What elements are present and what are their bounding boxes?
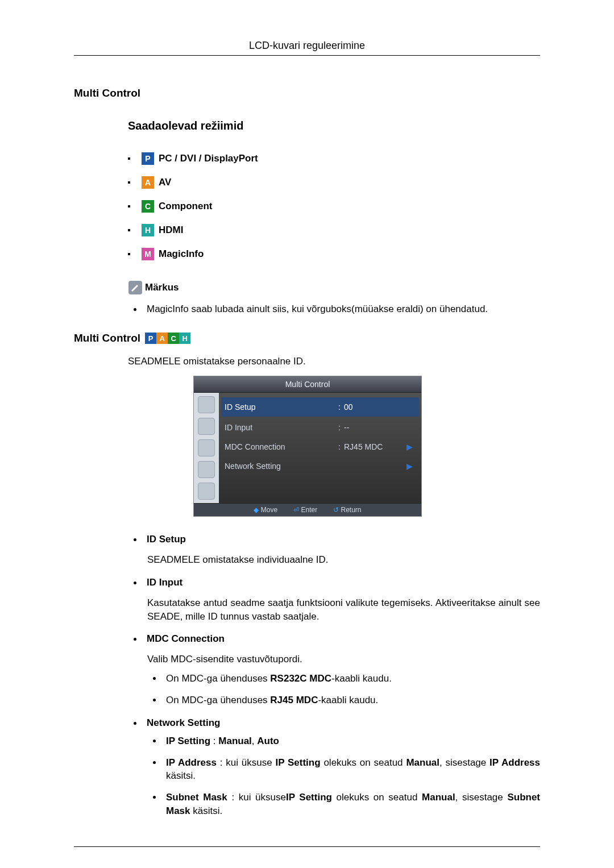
def-title: ID Input [147,577,182,588]
txt-bold: IP Setting [286,792,332,803]
mode-m-icon: M [142,248,154,260]
bullet-icon [134,722,136,725]
def-id-input: ID Input Kasutatakse antud seadme saatja… [128,577,540,624]
txt: olekuks on seatud [332,792,422,803]
mode-badge-row: P A C H [145,333,190,344]
txt: , sisestage [439,757,489,768]
txt: käsitsi. [166,770,196,781]
txt-bold: RS232C MDC [270,673,331,684]
bullet-icon [134,638,136,641]
osd-row-value: -- [344,423,406,432]
osd-side-icon [198,396,215,413]
def-title: Network Setting [147,717,220,729]
txt-bold: IP Setting [275,757,320,768]
sub-item-subnet-mask: Subnet Mask : kui üksuseIP Setting oleku… [147,791,540,818]
osd-side-icon [198,439,215,456]
def-mdc-connection: MDC Connection Valib MDC-sisendite vastu… [128,633,540,707]
txt-bold: Manual [218,736,252,746]
mode-item-component: C Component [128,194,540,218]
bullet-icon [128,229,130,231]
osd-row-label: MDC Connection [225,442,335,451]
bullet-icon [128,157,130,160]
txt-bold: Manual [406,757,439,768]
txt: On MDC-ga ühenduses [166,695,270,705]
txt: : kui üksuse [227,792,286,803]
mode-item-hdmi: H HDMI [128,218,540,242]
txt-bold: Subnet Mask [166,792,227,803]
txt: käsitsi. [190,805,223,816]
bullet-icon [128,205,130,207]
osd-row-value: RJ45 MDC [344,442,406,451]
osd-foot-return: ↺ Return [333,506,361,514]
pencil-icon [128,280,143,295]
bullet-icon [134,308,136,311]
section-title-multi-control-2: Multi Control P A C H [74,332,540,344]
txt-bold: Auto [257,736,279,746]
bullet-icon [153,677,156,680]
mode-item-av: A AV [128,171,540,194]
def-network-setting: Network Setting IP Setting : Manual, Aut… [128,717,540,818]
osd-foot-enter: ⏎ Enter [293,506,317,514]
intro-text: SEADMELE omistatakse personaalne ID. [128,356,540,367]
section-title-multi-control: Multi Control [74,87,540,99]
osd-screenshot: Multi Control ID Setup : 00 [193,376,421,517]
mode-c-icon: C [142,200,154,213]
osd-side-icon [198,418,215,435]
osd-sidebar [194,393,219,503]
mode-list: P PC / DVI / DisplayPort A AV C Componen… [128,147,540,266]
bullet-icon [153,699,156,701]
osd-row-id-setup: ID Setup : 00 [221,397,419,417]
bullet-icon [134,582,136,584]
def-body: Kasutatakse antud seadme saatja funktsio… [147,596,540,624]
subsection-title-modes: Saadaolevad režiimid [128,119,540,132]
mode-c-icon: C [168,333,179,344]
bullet-icon [128,181,130,184]
def-body: Valib MDC-sisendite vastuvõtupordi. [147,653,540,666]
bullet-icon [153,761,156,764]
osd-row-label: ID Input [225,423,335,432]
txt: -kaabli kaudu. [318,695,378,705]
mode-a-icon: A [156,333,168,344]
osd-row-mdc: MDC Connection : RJ45 MDC ▶ [225,437,416,456]
definition-list: ID Setup SEADMELE omistatakse individuaa… [128,534,540,818]
note-text: MagicInfo saab lubada ainult siis, kui v… [147,304,488,315]
mode-p-icon: P [145,333,156,344]
footer-rule [74,846,540,847]
chevron-right-icon: ▶ [406,462,416,471]
bullet-icon [153,796,156,799]
def-title: ID Setup [147,534,186,545]
bullet-icon [128,253,130,255]
osd-row-id-input: ID Input : -- [225,418,416,437]
mode-p-icon: P [142,152,154,165]
osd-footer: ◆ Move ⏎ Enter ↺ Return [194,503,421,516]
bullet-icon [134,538,136,541]
page-header: LCD-kuvari reguleerimine [74,40,540,56]
osd-side-icon [198,483,215,500]
txt: On MDC-ga ühenduses [166,673,270,684]
txt: , [252,736,257,746]
mode-label: PC / DVI / DisplayPort [159,153,258,164]
note-label: Märkus [145,282,179,293]
sub-item-ip-address: IP Address : kui üksuse IP Setting oleku… [147,756,540,783]
osd-side-icon [198,461,215,478]
osd-colon: : [335,442,344,451]
osd-row-label: Network Setting [225,462,335,471]
mode-a-icon: A [142,176,154,189]
osd-row-network: Network Setting ▶ [225,456,416,476]
txt-bold: IP Address [166,757,217,768]
sub-item: On MDC-ga ühenduses RS232C MDC-kaabli ka… [147,672,540,686]
txt: : [210,736,218,746]
osd-colon: : [335,423,344,432]
mode-h-icon: H [179,333,190,344]
def-id-setup: ID Setup SEADMELE omistatakse individuaa… [128,534,540,567]
osd-title: Multi Control [194,376,421,393]
txt: , sisestage [455,792,508,803]
txt-bold: RJ45 MDC [270,695,318,705]
osd-row-label: ID Setup [225,402,335,412]
note-body: MagicInfo saab lubada ainult siis, kui v… [128,304,540,315]
mode-label: AV [159,177,171,188]
osd-colon: : [335,402,344,412]
sub-item-ip-setting: IP Setting : Manual, Auto [147,734,540,748]
txt: : kui üksuse [217,757,276,768]
txt-bold: IP Address [489,757,540,768]
